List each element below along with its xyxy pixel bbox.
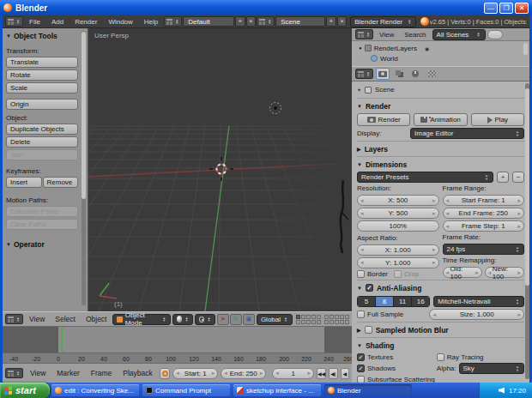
pivot-point-select[interactable] (195, 314, 215, 325)
remap-old-field[interactable]: Old: 100 (443, 267, 482, 278)
viewport-menu-view[interactable]: View (25, 315, 49, 323)
translate-manipulator-button[interactable]: ➤ (217, 314, 229, 325)
duplicate-objects-button[interactable]: Duplicate Objects (6, 124, 78, 135)
tool-shelf-scrollbar-thumb[interactable] (82, 32, 86, 199)
aa-samples-8[interactable]: 8 (376, 297, 394, 306)
3d-viewport[interactable]: User Persp (1) (88, 28, 352, 311)
volume-icon[interactable] (499, 388, 505, 394)
properties-scrollbar-thumb[interactable] (525, 88, 529, 286)
outliner-item-world[interactable]: World (352, 53, 529, 63)
scene-icon-button[interactable] (257, 16, 275, 27)
title-bar[interactable]: Blender — ❐ ✕ (0, 0, 532, 15)
rotate-manipulator-button[interactable]: ↻ (230, 314, 242, 325)
frame-step-field[interactable]: Frame Step: 1 (443, 220, 525, 232)
add-layout-button[interactable]: + (235, 16, 245, 27)
render-engine-select[interactable]: Blender Render (350, 16, 416, 27)
viewport-editor-type-button[interactable] (5, 314, 23, 324)
outliner-display-filter[interactable]: All Scenes (432, 29, 486, 40)
outliner-editor-type-button[interactable] (355, 29, 373, 39)
fps-select[interactable]: 24 fps (443, 244, 525, 255)
scene-name-field[interactable]: Scene (275, 16, 325, 27)
play-button[interactable]: Play (471, 113, 524, 126)
screen-layout-field[interactable]: Default (183, 16, 234, 27)
outliner-menu-view[interactable]: View (375, 31, 398, 39)
current-frame-field[interactable]: 1 (272, 368, 314, 379)
previous-keyframe-button[interactable]: ◀| (329, 368, 337, 379)
crop-checkbox[interactable] (394, 270, 402, 278)
remap-new-field[interactable]: New: 100 (485, 267, 524, 278)
render-presets-select[interactable]: Render Presets (357, 172, 493, 183)
join-button[interactable]: Join (6, 149, 78, 160)
operator-panel-header[interactable]: ▼Operator (6, 240, 78, 249)
start-frame-field[interactable]: Start Frame: 1 (443, 195, 525, 206)
display-select[interactable]: Image Editor (410, 128, 524, 139)
start-button[interactable]: start (0, 383, 50, 398)
delete-scene-button[interactable]: × (337, 16, 348, 27)
tab-render[interactable] (376, 68, 390, 80)
timeline-ruler[interactable]: -40 -20 0 20 40 60 80 100 120 140 160 18… (3, 353, 352, 363)
subsurface-scattering-checkbox[interactable] (357, 376, 365, 383)
motion-blur-panel-header[interactable]: ▶Sampled Motion Blur (357, 324, 524, 335)
alpha-select[interactable]: Sky (459, 363, 524, 374)
aa-samples-11[interactable]: 11 (394, 297, 412, 306)
delete-layout-button[interactable]: × (246, 16, 257, 27)
origin-button[interactable]: Origin (6, 99, 78, 110)
aspect-x-field[interactable]: X: 1.000 (357, 244, 439, 256)
textures-checkbox[interactable] (357, 353, 365, 361)
jump-to-start-button[interactable]: ◀◀ (317, 368, 326, 379)
maximize-button[interactable]: ❐ (499, 3, 513, 14)
editor-type-button[interactable] (5, 16, 23, 27)
remove-keyframe-button[interactable]: Remove (43, 177, 79, 188)
anti-aliasing-checkbox[interactable] (366, 284, 373, 292)
resolution-x-field[interactable]: X: 500 (357, 195, 439, 206)
outliner-search-box[interactable] (487, 30, 503, 39)
properties-editor-type-button[interactable] (355, 69, 373, 79)
aa-samples-16[interactable]: 16 (412, 297, 429, 306)
pin-icon[interactable]: ✦ (357, 87, 361, 93)
shadows-checkbox[interactable] (357, 365, 365, 372)
object-tools-panel-header[interactable]: ▼Object Tools (6, 32, 78, 40)
viewport-shading-select[interactable] (172, 314, 193, 325)
auto-keyframe-record-button[interactable] (160, 368, 170, 379)
render-panel-header[interactable]: ▼Render (357, 100, 524, 112)
taskbar-item-sketchup[interactable]: sketchup interface - ... (233, 384, 321, 396)
taskbar-item-command-prompt[interactable]: Command Prompt (142, 384, 230, 396)
timeline-menu-view[interactable]: View (26, 369, 50, 377)
timeline-editor-type-button[interactable] (5, 368, 23, 378)
timeline-menu-marker[interactable]: Marker (52, 369, 83, 377)
viewport-menu-select[interactable]: Select (51, 315, 80, 323)
rotate-button[interactable]: Rotate (6, 69, 78, 81)
aa-samples-5[interactable]: 5 (358, 297, 376, 306)
start-frame-field[interactable]: Start: 1 (172, 368, 218, 379)
render-toggle-icon[interactable]: ◉ (425, 45, 429, 51)
animation-button[interactable]: Animation (414, 113, 467, 126)
transform-orientation-select[interactable]: Global (257, 314, 293, 325)
taskbar-item-blender[interactable]: Blender (324, 384, 412, 396)
clear-paths-button[interactable]: Clear Paths (6, 219, 78, 230)
close-button[interactable]: ✕ (515, 3, 529, 14)
outliner-menu-search[interactable]: Search (400, 31, 430, 39)
calculate-paths-button[interactable]: Calculate Paths (6, 206, 78, 217)
anti-aliasing-panel-header[interactable]: ▼Anti-Aliasing (357, 282, 524, 293)
menu-file[interactable]: File (24, 18, 45, 26)
insert-keyframe-button[interactable]: Insert (6, 177, 42, 188)
outliner-item-renderlayers[interactable]: ● RenderLayers ◉ (352, 43, 529, 53)
delete-button[interactable]: Delete (6, 136, 78, 148)
ray-tracing-checkbox[interactable] (437, 353, 444, 361)
add-scene-button[interactable]: + (326, 16, 336, 27)
menu-help[interactable]: Help (139, 18, 163, 26)
timeline-menu-playback[interactable]: Playback (118, 369, 157, 377)
mode-select[interactable]: Object Mode (112, 314, 170, 325)
timeline-editor[interactable]: -40 -20 0 20 40 60 80 100 120 140 160 18… (3, 327, 352, 363)
menu-add[interactable]: Add (46, 18, 69, 26)
aa-samples-segmented[interactable]: 5 8 11 16 (357, 296, 430, 307)
border-checkbox[interactable] (357, 270, 365, 278)
scale-button[interactable]: Scale (6, 82, 78, 93)
screen-layout-icon-button[interactable] (164, 16, 182, 27)
tab-scene[interactable] (408, 68, 422, 80)
resolution-percentage-slider[interactable]: 100% (357, 220, 439, 232)
add-preset-button[interactable]: + (497, 172, 509, 183)
taskbar-item-browser[interactable]: edit : Converting Ske... (51, 384, 139, 396)
tab-world[interactable] (425, 68, 438, 80)
scale-manipulator-button[interactable]: ▣ (243, 314, 255, 325)
